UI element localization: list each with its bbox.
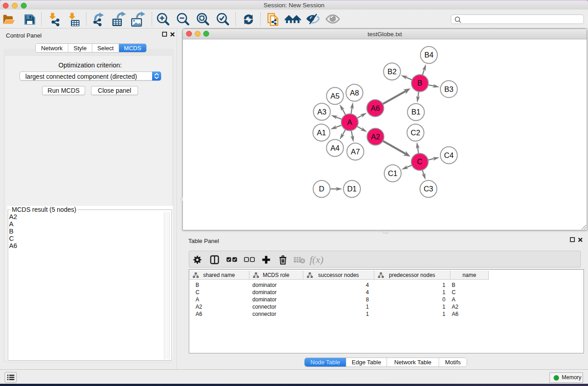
svg-text:C: C (417, 157, 422, 166)
svg-text:A3: A3 (317, 108, 326, 116)
svg-text:A7: A7 (351, 148, 360, 156)
svg-text:A: A (347, 118, 352, 126)
svg-text:A1: A1 (317, 129, 326, 137)
svg-text:C2: C2 (411, 129, 420, 137)
svg-text:A6: A6 (371, 104, 380, 112)
svg-text:B3: B3 (445, 85, 454, 93)
svg-text:D: D (319, 185, 325, 193)
svg-text:D1: D1 (347, 185, 357, 193)
svg-text:B2: B2 (387, 67, 397, 76)
svg-text:A4: A4 (330, 144, 339, 152)
svg-text:B: B (417, 79, 422, 87)
svg-text:C4: C4 (444, 151, 454, 159)
svg-text:C1: C1 (388, 169, 397, 177)
svg-text:B4: B4 (424, 51, 433, 59)
svg-text:A5: A5 (330, 92, 339, 100)
svg-text:A8: A8 (350, 89, 359, 97)
svg-text:C3: C3 (424, 185, 433, 193)
svg-text:A2: A2 (371, 133, 380, 141)
svg-text:B1: B1 (411, 108, 421, 116)
